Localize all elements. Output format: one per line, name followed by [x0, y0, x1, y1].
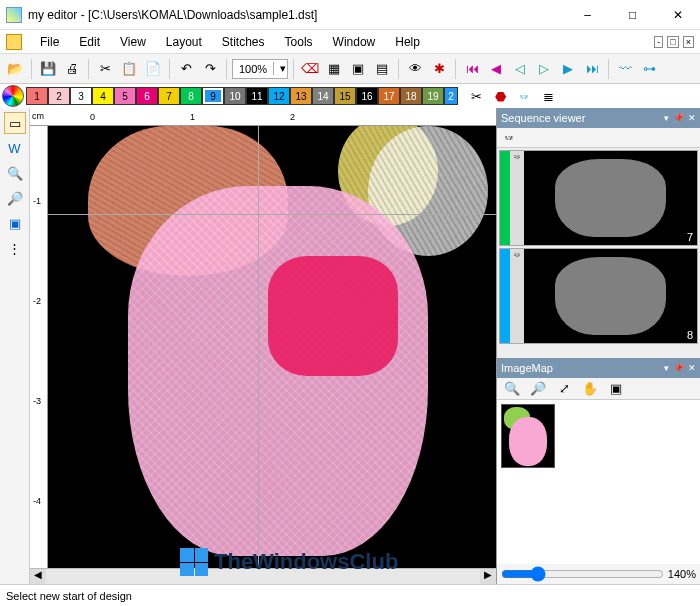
palette-swatch-13[interactable]: 13: [290, 87, 312, 105]
palette-swatch-3[interactable]: 3: [70, 87, 92, 105]
panel-pin-icon[interactable]: 📌: [673, 363, 684, 373]
maximize-button[interactable]: □: [610, 0, 655, 30]
print-button[interactable]: 🖨: [61, 58, 83, 80]
imagemap-thumb[interactable]: [501, 404, 555, 468]
seq-handle-icon[interactable]: ⎃: [510, 151, 524, 245]
palette-swatch-4[interactable]: 4: [92, 87, 114, 105]
palette-swatch-16[interactable]: 16: [356, 87, 378, 105]
nav-first-button[interactable]: ⏮: [461, 58, 483, 80]
nav-back-button[interactable]: ◁: [509, 58, 531, 80]
cut-thread-button[interactable]: ✂: [466, 86, 486, 106]
grid-button[interactable]: ▦: [323, 58, 345, 80]
panel-dropdown-icon[interactable]: ▾: [664, 113, 669, 123]
sequence-item[interactable]: ⎃7: [499, 150, 698, 246]
palette-swatch-12[interactable]: 12: [268, 87, 290, 105]
bounds-button[interactable]: ▣: [347, 58, 369, 80]
nav-prev-button[interactable]: ◀: [485, 58, 507, 80]
text-tool[interactable]: W: [4, 137, 26, 159]
copy-button[interactable]: 📋: [118, 58, 140, 80]
menu-stitches[interactable]: Stitches: [212, 33, 275, 51]
palette-swatch-10[interactable]: 10: [224, 87, 246, 105]
nav-last-button[interactable]: ⏭: [581, 58, 603, 80]
sequence-panel-title: Sequence viewer: [501, 112, 585, 124]
imagemap-extent-button[interactable]: ▣: [605, 378, 627, 400]
app-icon: [6, 7, 22, 23]
palette-swatch-15[interactable]: 15: [334, 87, 356, 105]
window-title: my editor - [C:\Users\KOMAL\Downloads\sa…: [28, 8, 565, 22]
seq-number: 8: [687, 329, 693, 341]
undo-button[interactable]: ↶: [175, 58, 197, 80]
seq-handle-icon[interactable]: ⎃: [510, 249, 524, 343]
seq-number: 7: [687, 231, 693, 243]
redo-button[interactable]: ↷: [199, 58, 221, 80]
open-button[interactable]: 📂: [4, 58, 26, 80]
imagemap-zoomin-button[interactable]: 🔍: [501, 378, 523, 400]
palette-swatch-7[interactable]: 7: [158, 87, 180, 105]
menu-view[interactable]: View: [110, 33, 156, 51]
menu-window[interactable]: Window: [323, 33, 386, 51]
document-icon: [6, 34, 22, 50]
stop-button[interactable]: ⬣: [490, 86, 510, 106]
hide-button[interactable]: ✱: [428, 58, 450, 80]
panel-close-icon[interactable]: ✕: [688, 113, 696, 123]
imagemap-panel-title: ImageMap: [501, 362, 553, 374]
zoom-out-tool[interactable]: 🔎: [4, 187, 26, 209]
palette-swatch-18[interactable]: 18: [400, 87, 422, 105]
sequence-item[interactable]: ⎃8: [499, 248, 698, 344]
menu-edit[interactable]: Edit: [69, 33, 110, 51]
panel-close-icon[interactable]: ✕: [688, 363, 696, 373]
hoop-tool[interactable]: ▣: [4, 212, 26, 234]
seq-slider-icon[interactable]: ⎃: [501, 130, 517, 146]
palette-swatch-11[interactable]: 11: [246, 87, 268, 105]
palette-swatch-9[interactable]: 9: [202, 87, 224, 105]
zoom-combo[interactable]: 100% ▾: [232, 59, 288, 79]
menu-tools[interactable]: Tools: [275, 33, 323, 51]
menu-file[interactable]: File: [30, 33, 69, 51]
guide-v: [258, 126, 259, 568]
slider-button[interactable]: ⎃: [514, 86, 534, 106]
palette-swatch-5[interactable]: 5: [114, 87, 136, 105]
palette-swatch-6[interactable]: 6: [136, 87, 158, 105]
bar-button[interactable]: ≣: [538, 86, 558, 106]
ruler-unit-label: cm: [32, 111, 44, 121]
chevron-down-icon[interactable]: ▾: [273, 62, 287, 75]
imagemap-pan-button[interactable]: ✋: [579, 378, 601, 400]
mdi-restore-button[interactable]: □: [667, 36, 678, 48]
bear-shape: [128, 186, 428, 556]
palette-swatch-17[interactable]: 17: [378, 87, 400, 105]
node-button[interactable]: ⊶: [638, 58, 660, 80]
menu-layout[interactable]: Layout: [156, 33, 212, 51]
mdi-minimize-button[interactable]: -: [654, 36, 663, 48]
delete-button[interactable]: ⌫: [299, 58, 321, 80]
realistic-button[interactable]: ▤: [371, 58, 393, 80]
imagemap-zoomout-button[interactable]: 🔎: [527, 378, 549, 400]
imagemap-zoomfit-button[interactable]: ⤢: [553, 378, 575, 400]
cut-button[interactable]: ✂: [94, 58, 116, 80]
panel-pin-icon[interactable]: 📌: [673, 113, 684, 123]
minimize-button[interactable]: –: [565, 0, 610, 30]
imagemap-zoom-value: 140%: [668, 568, 696, 580]
palette-swatch-8[interactable]: 8: [180, 87, 202, 105]
grip-handle[interactable]: ⋮: [4, 237, 26, 259]
nav-fwd-button[interactable]: ▷: [533, 58, 555, 80]
close-button[interactable]: ✕: [655, 0, 700, 30]
canvas-scrollbar-h[interactable]: ◀▶: [30, 568, 496, 584]
select-tool[interactable]: ▭: [4, 112, 26, 134]
palette-swatch-19[interactable]: 19: [422, 87, 444, 105]
nav-next-button[interactable]: ▶: [557, 58, 579, 80]
palette-swatch-14[interactable]: 14: [312, 87, 334, 105]
zoom-in-tool[interactable]: 🔍: [4, 162, 26, 184]
color-wheel-icon[interactable]: [2, 85, 24, 107]
palette-swatch-1[interactable]: 1: [26, 87, 48, 105]
menu-help[interactable]: Help: [385, 33, 430, 51]
panel-dropdown-icon[interactable]: ▾: [664, 363, 669, 373]
palette-swatch-2[interactable]: 2: [444, 87, 458, 105]
mdi-close-button[interactable]: ×: [683, 36, 694, 48]
save-button[interactable]: 💾: [37, 58, 59, 80]
curve-button[interactable]: 〰: [614, 58, 636, 80]
imagemap-zoom-slider[interactable]: [501, 566, 664, 582]
design-canvas[interactable]: [48, 126, 496, 568]
palette-swatch-2[interactable]: 2: [48, 87, 70, 105]
paste-button[interactable]: 📄: [142, 58, 164, 80]
eye-button[interactable]: 👁: [404, 58, 426, 80]
